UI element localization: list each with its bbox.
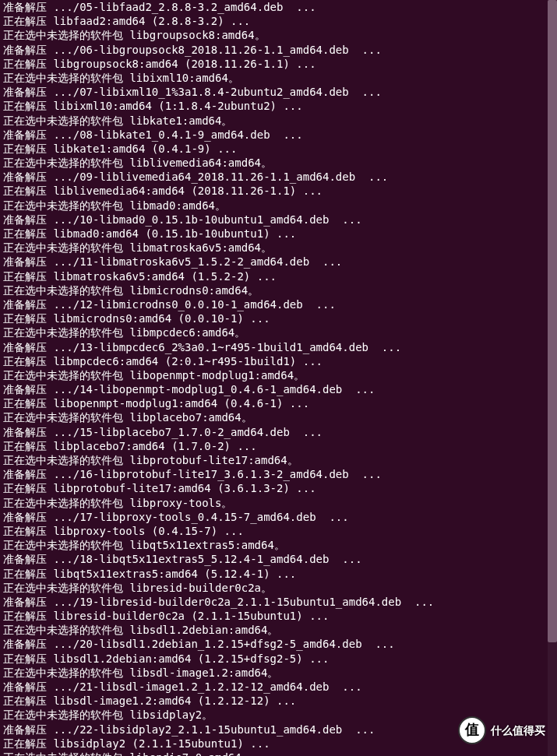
terminal-line: 正在选中未选择的软件包 libmpcdec6:amd64。 — [3, 325, 554, 339]
terminal-line: 正在解压 libsdl1.2debian:amd64 (1.2.15+dfsg2… — [3, 652, 554, 666]
terminal-output: 准备解压 .../05-libfaad2_2.8.8-3.2_amd64.deb… — [3, 0, 554, 756]
terminal-line: 正在选中未选择的软件包 libmatroska6v5:amd64。 — [3, 241, 554, 255]
terminal-line: 正在选中未选择的软件包 liblivemedia64:amd64。 — [3, 156, 554, 170]
terminal-line: 正在选中未选择的软件包 libkate1:amd64。 — [3, 114, 554, 128]
terminal-line: 准备解压 .../11-libmatroska6v5_1.5.2-2_amd64… — [3, 255, 554, 269]
terminal-line: 正在选中未选择的软件包 libplacebo7:amd64。 — [3, 410, 554, 424]
terminal-line: 正在选中未选择的软件包 libresid-builder0c2a。 — [3, 581, 554, 595]
terminal-line: 正在解压 libsdl-image1.2:amd64 (1.2.12-12) .… — [3, 694, 554, 708]
terminal-line: 正在解压 libkate1:amd64 (0.4.1-9) ... — [3, 142, 554, 156]
terminal-line: 正在解压 libproxy-tools (0.4.15-7) ... — [3, 524, 554, 538]
terminal-line: 正在解压 libqt5x11extras5:amd64 (5.12.4-1) .… — [3, 567, 554, 581]
terminal-line: 准备解压 .../20-libsdl1.2debian_1.2.15+dfsg2… — [3, 637, 554, 651]
terminal-line: 正在解压 libixml10:amd64 (1:1.8.4-2ubuntu2) … — [3, 99, 554, 113]
terminal-line: 正在选中未选择的软件包 libprotobuf-lite17:amd64。 — [3, 453, 554, 467]
terminal-line: 准备解压 .../07-libixml10_1%3a1.8.4-2ubuntu2… — [3, 85, 554, 99]
terminal-line: 准备解压 .../08-libkate1_0.4.1-9_amd64.deb .… — [3, 128, 554, 142]
terminal-line: 正在选中未选择的软件包 libsndio7.0:amd64。 — [3, 751, 554, 756]
terminal-line: 正在解压 libfaad2:amd64 (2.8.8-3.2) ... — [3, 14, 554, 28]
terminal-line: 正在解压 libmad0:amd64 (0.15.1b-10ubuntu1) .… — [3, 227, 554, 241]
terminal-line: 正在选中未选择的软件包 libgroupsock8:amd64。 — [3, 28, 554, 42]
terminal-line: 正在选中未选择的软件包 libixml10:amd64。 — [3, 71, 554, 85]
terminal-line: 准备解压 .../10-libmad0_0.15.1b-10ubuntu1_am… — [3, 213, 554, 227]
terminal-line: 正在选中未选择的软件包 libsdl1.2debian:amd64。 — [3, 623, 554, 637]
terminal-line: 正在解压 libresid-builder0c2a (2.1.1-15ubunt… — [3, 609, 554, 623]
terminal-line: 准备解压 .../05-libfaad2_2.8.8-3.2_amd64.deb… — [3, 0, 554, 14]
terminal-line: 正在解压 libopenmpt-modplug1:amd64 (0.4.6-1)… — [3, 396, 554, 410]
terminal-line: 准备解压 .../14-libopenmpt-modplug1_0.4.6-1_… — [3, 382, 554, 396]
terminal-line: 准备解压 .../16-libprotobuf-lite17_3.6.1.3-2… — [3, 467, 554, 481]
terminal-line: 正在解压 libgroupsock8:amd64 (2018.11.26-1.1… — [3, 57, 554, 71]
scrollbar-track[interactable] — [548, 0, 557, 756]
terminal-line: 正在选中未选择的软件包 libqt5x11extras5:amd64。 — [3, 538, 554, 552]
terminal-line: 准备解压 .../15-libplacebo7_1.7.0-2_amd64.de… — [3, 425, 554, 439]
terminal-line: 正在解压 libmpcdec6:amd64 (2:0.1~r495-1build… — [3, 354, 554, 368]
terminal-line: 准备解压 .../12-libmicrodns0_0.0.10-1_amd64.… — [3, 297, 554, 311]
watermark-badge-icon: 值 — [458, 716, 486, 744]
terminal-line: 正在解压 libmicrodns0:amd64 (0.0.10-1) ... — [3, 311, 554, 325]
terminal-line: 正在选中未选择的软件包 libmad0:amd64。 — [3, 199, 554, 213]
scrollbar-thumb[interactable] — [548, 0, 557, 642]
terminal-line: 准备解压 .../06-libgroupsock8_2018.11.26-1.1… — [3, 43, 554, 57]
terminal-line: 正在解压 libplacebo7:amd64 (1.7.0-2) ... — [3, 439, 554, 453]
terminal-line: 准备解压 .../21-libsdl-image1.2_1.2.12-12_am… — [3, 680, 554, 694]
terminal-line: 准备解压 .../19-libresid-builder0c2a_2.1.1-1… — [3, 595, 554, 609]
terminal-line: 准备解压 .../17-libproxy-tools_0.4.15-7_amd6… — [3, 510, 554, 524]
terminal-line: 准备解压 .../18-libqt5x11extras5_5.12.4-1_am… — [3, 552, 554, 566]
terminal-line: 正在解压 libmatroska6v5:amd64 (1.5.2-2) ... — [3, 269, 554, 283]
terminal-line: 正在解压 libprotobuf-lite17:amd64 (3.6.1.3-2… — [3, 481, 554, 495]
watermark: 值 什么值得买 — [458, 716, 545, 744]
terminal-line: 准备解压 .../09-liblivemedia64_2018.11.26-1.… — [3, 170, 554, 184]
terminal-line: 正在选中未选择的软件包 libopenmpt-modplug1:amd64。 — [3, 368, 554, 382]
terminal-line: 正在选中未选择的软件包 libproxy-tools。 — [3, 496, 554, 510]
watermark-text: 什么值得买 — [491, 723, 545, 737]
terminal-line: 准备解压 .../13-libmpcdec6_2%3a0.1~r495-1bui… — [3, 340, 554, 354]
terminal-line: 正在选中未选择的软件包 libsdl-image1.2:amd64。 — [3, 666, 554, 680]
terminal-line: 正在选中未选择的软件包 libmicrodns0:amd64。 — [3, 283, 554, 297]
terminal-line: 正在解压 liblivemedia64:amd64 (2018.11.26-1.… — [3, 184, 554, 198]
